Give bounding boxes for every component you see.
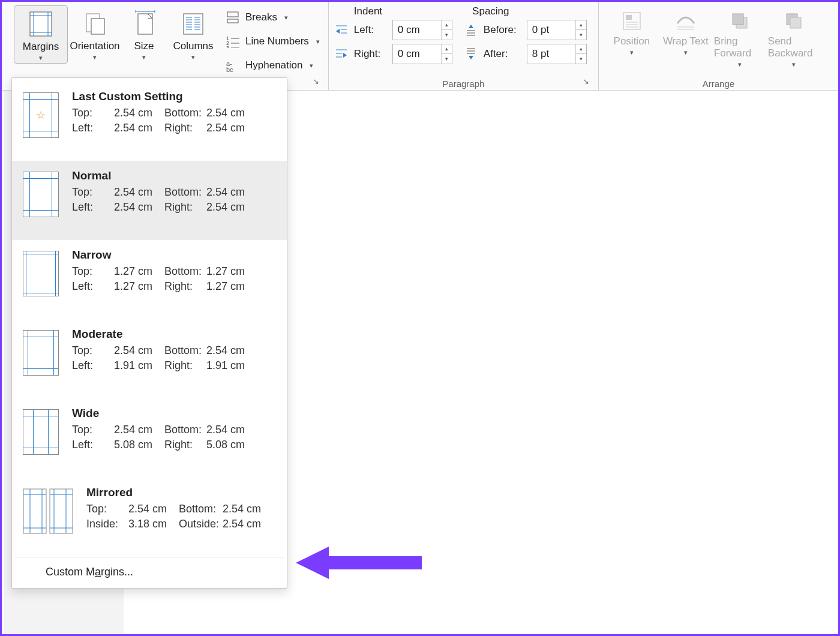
option-title: Wide bbox=[72, 407, 278, 420]
margins-option-moderate[interactable]: Moderate Top:2.54 cmBottom:2.54 cm Left:… bbox=[12, 319, 287, 398]
indent-left-label: Left: bbox=[354, 24, 386, 36]
indent-right-value: 0 cm bbox=[393, 48, 441, 60]
margins-option-last-custom[interactable]: ☆ Last Custom Setting Top:2.54 cmBottom:… bbox=[12, 82, 287, 161]
option-values: Top:2.54 cmBottom:2.54 cm Left:2.54 cmRi… bbox=[72, 106, 257, 136]
bring-forward-label: Bring Forward bbox=[714, 35, 766, 59]
annotation-arrow-icon bbox=[296, 542, 428, 586]
spacing-after-icon bbox=[464, 47, 478, 61]
margin-preview-icon bbox=[23, 172, 59, 217]
margin-preview-icon: ☆ bbox=[23, 92, 59, 138]
option-values: Top:2.54 cmBottom:2.54 cm Left:2.54 cmRi… bbox=[72, 185, 257, 215]
margins-label: Margins bbox=[23, 41, 59, 53]
option-title: Narrow bbox=[72, 248, 278, 262]
margins-option-mirrored[interactable]: Mirrored Top:2.54 cmBottom:2.54 cm Insid… bbox=[12, 478, 287, 557]
chevron-down-icon: ▾ bbox=[93, 53, 97, 61]
spin-up-icon[interactable]: ▴ bbox=[441, 20, 452, 30]
svg-rect-25 bbox=[227, 19, 238, 23]
size-button[interactable]: Size ▾ bbox=[122, 5, 166, 62]
spacing-after-input[interactable]: 8 pt ▴▾ bbox=[527, 44, 587, 64]
margins-menu: ☆ Last Custom Setting Top:2.54 cmBottom:… bbox=[11, 77, 287, 589]
wrap-text-button: Wrap Text ▾ bbox=[659, 5, 713, 58]
orientation-button[interactable]: Orientation ▾ bbox=[68, 5, 122, 62]
margin-preview-icon bbox=[23, 409, 59, 455]
bring-forward-icon bbox=[728, 9, 752, 33]
svg-text:bc: bc bbox=[226, 66, 233, 72]
columns-icon bbox=[179, 9, 208, 38]
chevron-down-icon: ▾ bbox=[142, 53, 146, 61]
option-title: Last Custom Setting bbox=[72, 90, 278, 103]
svg-marker-42 bbox=[469, 25, 473, 28]
margins-button[interactable]: Margins ▾ bbox=[14, 5, 68, 64]
spin-down-icon[interactable]: ▾ bbox=[441, 54, 452, 64]
position-label: Position bbox=[614, 35, 650, 47]
columns-label: Columns bbox=[173, 40, 213, 52]
paragraph-launcher[interactable]: ↘ bbox=[581, 77, 591, 86]
chevron-down-icon: ▾ bbox=[684, 49, 688, 56]
indent-left-input[interactable]: 0 cm ▴▾ bbox=[392, 20, 452, 40]
margins-option-narrow[interactable]: Narrow Top:1.27 cmBottom:1.27 cm Left:1.… bbox=[12, 240, 287, 319]
group-paragraph: Indent Spacing Left: 0 cm ▴▾ Rig bbox=[329, 2, 599, 90]
breaks-button[interactable]: Breaks ▾ bbox=[224, 8, 322, 27]
option-title: Mirrored bbox=[86, 486, 278, 499]
wrap-text-icon bbox=[674, 9, 698, 33]
page-setup-launcher[interactable]: ↘ bbox=[311, 77, 321, 86]
margin-preview-icon bbox=[23, 488, 73, 534]
chevron-down-icon: ▾ bbox=[792, 61, 796, 68]
margins-option-wide[interactable]: Wide Top:2.54 cmBottom:2.54 cm Left:5.08… bbox=[12, 398, 287, 478]
spacing-before-icon bbox=[464, 23, 478, 37]
spin-down-icon[interactable]: ▾ bbox=[441, 30, 452, 40]
chevron-down-icon: ▾ bbox=[630, 49, 634, 56]
option-values: Top:1.27 cmBottom:1.27 cm Left:1.27 cmRi… bbox=[72, 264, 257, 294]
spacing-header: Spacing bbox=[472, 5, 509, 17]
paragraph-group-text: Paragraph bbox=[442, 79, 484, 89]
orientation-icon bbox=[80, 9, 109, 38]
spin-down-icon[interactable]: ▾ bbox=[575, 54, 586, 64]
spacing-after-label: After: bbox=[484, 48, 521, 60]
svg-rect-24 bbox=[227, 12, 238, 17]
spacing-before-label: Before: bbox=[484, 24, 521, 36]
svg-rect-61 bbox=[23, 489, 46, 533]
size-icon bbox=[130, 9, 158, 38]
group-arrange: Position ▾ Wrap Text ▾ Bring Forward ▾ S… bbox=[599, 2, 838, 90]
margin-preview-icon bbox=[23, 251, 59, 296]
hyphenation-button[interactable]: a-bc Hyphenation ▾ bbox=[224, 56, 322, 75]
chevron-down-icon: ▾ bbox=[738, 61, 742, 68]
spin-up-icon[interactable]: ▴ bbox=[441, 44, 452, 54]
bring-forward-button: Bring Forward ▾ bbox=[713, 5, 767, 70]
margins-icon bbox=[26, 10, 55, 38]
group-page-setup: Margins ▾ Orientation ▾ Size ▾ bbox=[8, 2, 329, 90]
svg-text:3: 3 bbox=[226, 45, 229, 48]
svg-marker-71 bbox=[296, 547, 422, 579]
custom-margins-button[interactable]: Custom Margins... bbox=[12, 557, 287, 588]
svg-rect-58 bbox=[733, 14, 743, 25]
spin-up-icon[interactable]: ▴ bbox=[575, 20, 586, 30]
margins-option-normal[interactable]: Normal Top:2.54 cmBottom:2.54 cm Left:2.… bbox=[12, 161, 287, 240]
wrap-text-label: Wrap Text bbox=[663, 35, 709, 47]
line-numbers-button[interactable]: 123 Line Numbers ▾ bbox=[224, 32, 322, 51]
spacing-after-value: 8 pt bbox=[527, 48, 575, 60]
chevron-down-icon: ▾ bbox=[284, 14, 288, 22]
star-icon: ☆ bbox=[36, 109, 46, 122]
spin-up-icon[interactable]: ▴ bbox=[575, 44, 586, 54]
chevron-down-icon: ▾ bbox=[316, 38, 320, 46]
size-label: Size bbox=[134, 40, 154, 52]
indent-right-icon bbox=[335, 47, 348, 61]
group-label-arrange: Arrange bbox=[605, 75, 832, 89]
send-backward-label: Send Backward bbox=[768, 35, 820, 59]
option-values: Top:2.54 cmBottom:2.54 cm Inside:3.18 cm… bbox=[86, 502, 273, 532]
send-backward-icon bbox=[782, 9, 806, 33]
group-label-paragraph: Paragraph ↘ bbox=[335, 75, 592, 89]
indent-right-input[interactable]: 0 cm ▴▾ bbox=[392, 44, 452, 64]
spacing-before-value: 0 pt bbox=[527, 24, 575, 36]
spin-down-icon[interactable]: ▾ bbox=[575, 30, 586, 40]
indent-right-label: Right: bbox=[354, 48, 386, 60]
columns-button[interactable]: Columns ▾ bbox=[166, 5, 220, 62]
spacing-before-input[interactable]: 0 pt ▴▾ bbox=[527, 20, 587, 40]
chevron-down-icon: ▾ bbox=[310, 62, 313, 70]
line-numbers-icon: 123 bbox=[226, 35, 239, 48]
breaks-icon bbox=[226, 11, 239, 24]
svg-marker-37 bbox=[336, 29, 340, 34]
margin-preview-icon bbox=[23, 330, 59, 376]
hyphenation-icon: a-bc bbox=[226, 59, 239, 72]
svg-marker-49 bbox=[469, 56, 473, 59]
